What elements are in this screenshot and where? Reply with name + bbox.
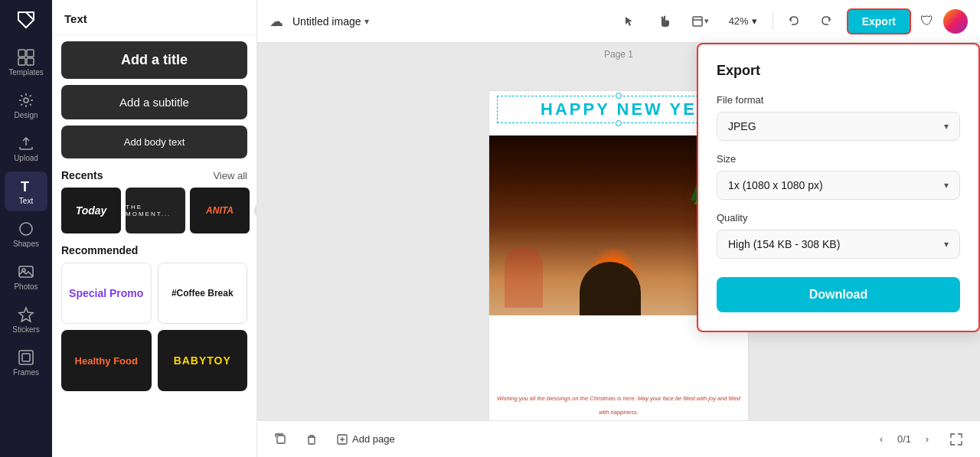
sidebar-item-templates-label: Templates	[8, 68, 44, 77]
sidebar-item-text-label: Text	[19, 197, 33, 205]
document-title[interactable]: Untitled image ▾	[292, 15, 369, 28]
bottom-bar: Add page ‹ 0/1 ›	[257, 420, 980, 457]
redo-button[interactable]	[815, 10, 838, 33]
page-navigator: ‹ 0/1 ›	[871, 429, 937, 449]
shield-icon: 🛡	[920, 13, 934, 29]
size-select[interactable]: 1x (1080 x 1080 px) ▾	[717, 171, 960, 200]
canvas-caption: Wishing you all the blessings on the Chr…	[492, 390, 745, 417]
sidebar-item-design-label: Design	[14, 111, 38, 119]
size-chevron-icon: ▾	[944, 180, 949, 191]
sidebar-item-frames-label: Frames	[13, 368, 39, 377]
page-indicator: 0/1	[897, 433, 911, 445]
add-page-button[interactable]: Add page	[331, 430, 401, 448]
svg-rect-7	[19, 266, 33, 277]
sidebar-item-photos-label: Photos	[14, 282, 38, 291]
svg-rect-3	[27, 58, 34, 65]
recents-section: Recents View all	[52, 158, 256, 188]
recent-item-moment[interactable]: THE MOMENT...	[126, 188, 185, 233]
recommended-label: Recommended	[52, 233, 256, 263]
quality-chevron-icon: ▾	[944, 239, 949, 250]
quality-label: Quality	[717, 212, 960, 224]
main-area: ☁ Untitled image ▾ ▾ 42% ▾	[257, 0, 980, 457]
sidebar-item-upload-label: Upload	[14, 154, 38, 162]
sidebar-item-stickers[interactable]: Stickers	[5, 300, 47, 340]
delete-page-button[interactable]	[300, 428, 323, 451]
recommended-grid: Special Promo #Coffee Break Healthy Food…	[52, 263, 256, 400]
size-label: Size	[717, 153, 960, 165]
sidebar-item-design[interactable]: Design	[5, 86, 47, 126]
tool-sidebar: Templates Design Upload T Text Shapes	[0, 0, 52, 457]
svg-rect-12	[693, 17, 702, 26]
file-format-label: File format	[717, 94, 960, 106]
view-all-link[interactable]: View all	[213, 170, 247, 181]
duplicate-page-button[interactable]	[270, 428, 292, 451]
recent-item-anita[interactable]: ANITA	[190, 188, 250, 233]
sidebar-item-photos[interactable]: Photos	[5, 257, 47, 297]
sidebar-item-frames[interactable]: Frames	[5, 343, 47, 383]
svg-rect-15	[277, 436, 285, 443]
chevron-down-icon: ▾	[364, 16, 369, 27]
svg-rect-11	[22, 354, 30, 361]
sidebar-item-stickers-label: Stickers	[12, 325, 40, 334]
export-button[interactable]: Export	[847, 8, 911, 34]
prev-page-button[interactable]: ‹	[871, 429, 891, 449]
svg-rect-0	[18, 50, 25, 57]
sidebar-item-upload[interactable]: Upload	[5, 129, 47, 168]
svg-marker-9	[19, 308, 33, 322]
file-format-select[interactable]: JPEG ▾	[717, 112, 960, 141]
user-avatar[interactable]	[943, 9, 968, 34]
sidebar-item-shapes[interactable]: Shapes	[5, 214, 47, 254]
next-page-button[interactable]: ›	[917, 429, 937, 449]
select-tool-button[interactable]	[617, 8, 643, 34]
svg-point-6	[20, 223, 32, 235]
text-panel: Text Add a title Add a subtitle Add body…	[52, 0, 257, 457]
divider	[773, 12, 773, 31]
cloud-icon: ☁	[270, 13, 283, 30]
file-format-chevron-icon: ▾	[944, 121, 949, 132]
recents-label: Recents	[61, 169, 103, 181]
recents-grid: Today THE MOMENT... ANITA ›	[52, 188, 256, 233]
svg-point-4	[24, 98, 28, 103]
add-title-button[interactable]: Add a title	[61, 41, 247, 79]
zoom-chevron-icon: ▾	[752, 15, 757, 27]
export-panel: Export File format JPEG ▾ Size 1x (1080 …	[697, 43, 980, 332]
text-panel-header: Text	[52, 0, 256, 35]
layout-tool-button[interactable]: ▾	[688, 8, 714, 34]
rec-item-babytoy[interactable]: BABYTOY	[158, 330, 248, 391]
rec-item-healthy-food[interactable]: Healthy Food	[61, 330, 152, 391]
add-subtitle-button[interactable]: Add a subtitle	[61, 85, 247, 119]
undo-button[interactable]	[782, 10, 805, 33]
svg-rect-10	[19, 351, 33, 364]
sidebar-item-templates[interactable]: Templates	[5, 43, 47, 83]
quality-select[interactable]: High (154 KB - 308 KB) ▾	[717, 230, 960, 259]
rec-item-coffee-break[interactable]: #Coffee Break	[158, 263, 248, 324]
zoom-control[interactable]: 42% ▾	[723, 12, 763, 30]
svg-rect-1	[27, 50, 34, 57]
top-bar: ☁ Untitled image ▾ ▾ 42% ▾	[257, 0, 980, 43]
rec-item-special-promo[interactable]: Special Promo	[61, 263, 152, 324]
recent-item-today[interactable]: Today	[61, 188, 121, 233]
svg-rect-2	[18, 58, 25, 65]
download-button[interactable]: Download	[717, 277, 960, 312]
fit-page-button[interactable]	[945, 428, 968, 451]
svg-text:T: T	[21, 179, 29, 194]
layout-chevron-icon: ▾	[704, 16, 709, 26]
export-panel-title: Export	[717, 63, 960, 79]
page-label: Page 1	[604, 43, 633, 66]
hand-tool-button[interactable]	[652, 8, 678, 34]
add-body-text-button[interactable]: Add body text	[61, 126, 247, 158]
app-logo	[12, 6, 40, 34]
sidebar-item-text[interactable]: T Text	[5, 171, 47, 211]
sidebar-item-shapes-label: Shapes	[13, 240, 39, 248]
